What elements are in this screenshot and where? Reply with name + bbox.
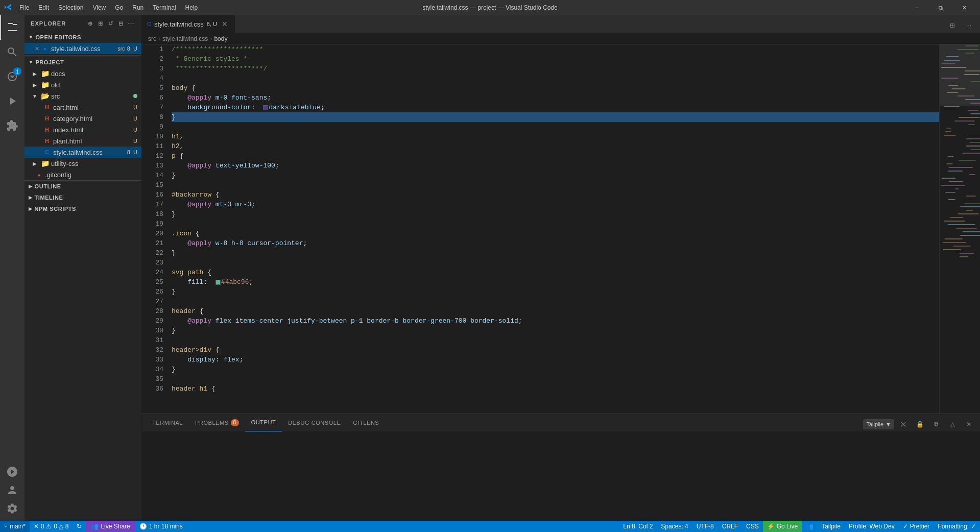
editor-area: C style.tailwind.css 8, U ✕ ⊞ ··· src › … [142,15,980,521]
bottom-sections: ▶ Outline ▶ Timeline ▶ NPM Scripts [25,180,141,214]
activity-run[interactable] [0,89,25,113]
maximize-panel-button[interactable]: △ [945,417,960,431]
tab-modified-badge: 8, U [207,21,217,27]
activity-settings[interactable] [0,500,25,517]
panel-tab-output[interactable]: Output [245,414,282,431]
outline-section[interactable]: ▶ Outline [25,181,141,192]
status-timer[interactable]: 🕐 1 hr 18 mins [135,521,187,532]
menu-selection[interactable]: Selection [54,3,87,12]
folder-old[interactable]: ▶ 📁 old [25,79,141,90]
code-line-17: @apply mt-3 mr-3; [172,200,939,209]
panel-tab-gitlens[interactable]: GitLens [347,414,385,431]
status-live-share[interactable]: 👥 Live Share [86,521,135,532]
file-style-css[interactable]: C style.tailwind.css 8, U [25,147,141,158]
refresh-explorer-button[interactable]: ↺ [107,19,115,28]
status-git-branch[interactable]: ⑂ main* [0,521,30,532]
minimap[interactable] [939,44,980,414]
breadcrumb-filename[interactable]: style.tailwind.css [162,35,208,42]
sidebar: Explorer ⊕ ⊞ ↺ ⊟ ··· ▼ Open Editors ✕ ● … [25,15,142,521]
panel-tab-problems[interactable]: Problems 8 [189,414,245,431]
minimize-button[interactable]: ─ [905,0,929,15]
status-live-share-icon[interactable]: 👥 [802,521,818,532]
split-editor-button[interactable]: ⊞ [945,18,960,33]
activity-extensions[interactable] [0,113,25,138]
new-file-button[interactable]: ⊕ [86,19,94,28]
menu-help[interactable]: Help [181,3,202,12]
project-header[interactable]: ▼ Project [25,57,141,68]
code-line-33: display: flex; [172,355,939,365]
timeline-section[interactable]: ▶ Timeline [25,192,141,203]
source-control-badge: 1 [13,67,21,76]
clear-output-button[interactable] [896,417,911,431]
menu-view[interactable]: View [88,3,110,12]
panel-tab-terminal[interactable]: Terminal [146,414,189,431]
lock-output-button[interactable]: 🔒 [913,417,927,431]
chevron-down-icon: ▼ [31,92,39,100]
chevron-right-icon: ▶ [31,69,39,78]
status-prettier[interactable]: ✓ Prettier [899,521,934,532]
editor-tab-style-css[interactable]: C style.tailwind.css 8, U ✕ [142,15,235,33]
code-line-31 [172,335,939,345]
code-line-28: header { [172,306,939,316]
menu-edit[interactable]: Edit [34,3,53,12]
open-editors-header[interactable]: ▼ Open Editors [25,32,141,43]
file-plant-html[interactable]: H plant.html U [25,135,141,147]
new-folder-button[interactable]: ⊞ [97,19,105,28]
html-file-icon: H [43,103,51,111]
sidebar-more-button[interactable]: ··· [127,19,135,28]
code-line-13: @apply text-yellow-100; [172,161,939,171]
open-output-button[interactable]: ⧉ [929,417,943,431]
file-category-html[interactable]: H category.html U [25,113,141,124]
activity-source-control[interactable]: 1 [0,64,25,89]
status-indentation[interactable]: Spaces: 4 [657,521,692,532]
status-go-live[interactable]: ⚡ Go Live [763,521,802,532]
status-errors[interactable]: ✕ 0 ⚠ 0 △ 8 [30,521,73,532]
collapse-all-button[interactable]: ⊟ [117,19,125,28]
open-editor-filename: style.tailwind.css [51,45,115,53]
code-content[interactable]: /********************** * Generic styles… [168,44,939,414]
breadcrumb-src[interactable]: src [148,35,156,42]
code-line-6: @apply m-0 font-sans; [172,93,939,103]
status-cursor-position[interactable]: Ln 8, Col 2 [619,521,657,532]
status-line-ending[interactable]: CRLF [718,521,742,532]
status-profile[interactable]: Profile: Web Dev [845,521,899,532]
maximize-button[interactable]: ⧉ [929,0,952,15]
close-file-button[interactable]: ✕ [33,45,41,52]
folder-docs[interactable]: ▶ 📁 docs [25,68,141,79]
folder-src[interactable]: ▼ 📂 src [25,90,141,102]
more-actions-button[interactable]: ··· [962,18,976,33]
code-line-8: } [172,112,939,122]
status-formatting[interactable]: Formatting: ✓ [934,521,980,532]
status-language[interactable]: CSS [742,521,763,532]
menu-file[interactable]: File [15,3,33,12]
file-cart-html[interactable]: H cart.html U [25,102,141,113]
file-index-html[interactable]: H index.html U [25,124,141,135]
activity-explorer[interactable] [0,15,25,40]
npm-scripts-section[interactable]: ▶ NPM Scripts [25,203,141,214]
folder-icon: 📁 [41,69,49,78]
panel-tab-debug[interactable]: Debug Console [282,414,347,431]
tab-close-button[interactable]: ✕ [220,19,229,29]
code-line-4 [172,74,939,83]
status-encoding[interactable]: UTF-8 [692,521,718,532]
menu-run[interactable]: Run [128,3,148,12]
file-gitconfig[interactable]: ⬥ .gitconfig [25,169,141,180]
modified-indicator [133,94,137,98]
status-bar: ⑂ main* ✕ 0 ⚠ 0 △ 8 ↻ 👥 Live Share 🕐 1 h… [0,521,980,532]
status-sync[interactable]: ↻ [73,521,86,532]
code-editor[interactable]: 12345 678910 1112131415 1617181920 21222… [142,44,980,414]
code-line-23 [172,258,939,268]
activity-remote[interactable] [0,464,25,480]
panel-output-dropdown[interactable]: Tailpile ▼ [863,419,894,429]
status-tailpile[interactable]: Tailpile [818,521,845,532]
close-button[interactable]: ✕ [952,0,976,15]
close-panel-button[interactable]: ✕ [962,417,976,431]
open-editor-item[interactable]: ✕ ● style.tailwind.css src 8, U [25,43,141,54]
activity-search[interactable] [0,40,25,64]
activity-accounts[interactable] [0,482,25,498]
menu-go[interactable]: Go [111,3,127,12]
folder-utility-css[interactable]: ▶ 📁 utility-css [25,158,141,169]
html-file-icon: H [43,126,51,134]
menu-terminal[interactable]: Terminal [149,3,180,12]
sidebar-scroll[interactable]: ▼ Open Editors ✕ ● style.tailwind.css sr… [25,32,141,521]
